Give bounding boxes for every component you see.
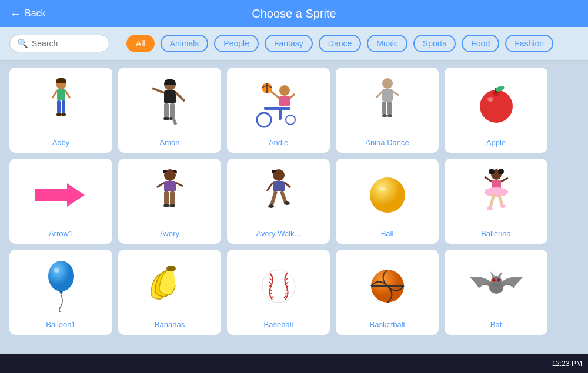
- sprite-img-avery: [124, 164, 215, 226]
- sprite-img-ballerina: [450, 164, 542, 226]
- svg-rect-11: [170, 103, 175, 117]
- sprite-label-balloon1: Balloon1: [46, 320, 76, 329]
- svg-point-44: [163, 204, 169, 207]
- svg-line-47: [176, 183, 183, 186]
- sprite-img-bat: [450, 256, 542, 317]
- header: ← Back Choose a Sprite: [0, 0, 588, 27]
- svg-point-73: [262, 270, 295, 303]
- svg-point-21: [279, 85, 290, 96]
- sprite-card-anina-dance[interactable]: Anina Dance: [336, 68, 439, 153]
- svg-rect-28: [382, 102, 386, 115]
- svg-point-30: [382, 114, 387, 117]
- sprite-img-bananas: [124, 256, 215, 317]
- sprite-card-ballerina[interactable]: Ballerina: [445, 159, 547, 244]
- sprite-label-avery-walk: Avery Walk...: [256, 229, 301, 238]
- sprite-card-apple[interactable]: Apple: [445, 68, 547, 153]
- filter-dance[interactable]: Dance: [319, 35, 361, 52]
- svg-point-80: [492, 279, 495, 282]
- svg-line-68: [501, 178, 508, 182]
- filter-animals[interactable]: Animals: [161, 35, 209, 52]
- sprite-img-baseball: [233, 256, 324, 317]
- sprite-img-andie: [233, 73, 324, 135]
- svg-line-16: [173, 117, 176, 125]
- sprite-card-bananas[interactable]: Bananas: [118, 250, 221, 335]
- svg-line-14: [152, 88, 164, 93]
- filter-food[interactable]: Food: [462, 35, 499, 52]
- sprite-card-balloon1[interactable]: Balloon1: [9, 250, 112, 335]
- svg-line-63: [490, 194, 494, 207]
- sprite-label-andie: Andie: [269, 138, 288, 147]
- sprite-img-anina-dance: [342, 73, 433, 135]
- svg-line-50: [272, 191, 276, 205]
- svg-line-46: [157, 183, 164, 187]
- svg-point-69: [48, 261, 74, 291]
- sprite-card-avery[interactable]: Avery: [118, 159, 221, 244]
- search-icon: 🔍: [17, 38, 28, 49]
- svg-point-72: [166, 266, 176, 271]
- sprite-card-ball[interactable]: Ball: [336, 159, 439, 244]
- back-arrow-icon: ←: [9, 7, 21, 21]
- sprite-card-baseball[interactable]: Baseball: [227, 250, 330, 335]
- sprite-grid: Abby: [0, 61, 588, 342]
- sprite-card-avery-walk[interactable]: Avery Walk...: [227, 159, 330, 244]
- svg-line-25: [290, 94, 295, 98]
- sprite-card-abby[interactable]: Abby: [9, 68, 112, 153]
- sprite-card-basketball[interactable]: Basketball: [336, 250, 439, 335]
- svg-point-66: [500, 204, 506, 208]
- sprite-img-ball: [342, 164, 433, 226]
- sprite-label-anina-dance: Anina Dance: [365, 138, 409, 147]
- svg-point-53: [284, 201, 290, 205]
- back-button[interactable]: ← Back: [9, 7, 46, 21]
- taskbar: 12:23 PM: [0, 354, 588, 373]
- filter-people[interactable]: People: [214, 35, 259, 52]
- svg-point-62: [485, 187, 508, 197]
- svg-rect-20: [279, 107, 282, 120]
- svg-point-65: [487, 207, 493, 210]
- filter-fashion[interactable]: Fashion: [505, 35, 553, 52]
- svg-line-33: [393, 92, 399, 95]
- filter-bar: 🔍 All Animals People Fantasy Dance Music…: [0, 27, 588, 61]
- svg-line-32: [376, 92, 382, 98]
- svg-rect-27: [382, 89, 393, 102]
- svg-point-81: [497, 279, 500, 282]
- filter-all[interactable]: All: [126, 35, 155, 52]
- sprite-label-amon: Amon: [160, 138, 180, 147]
- svg-marker-79: [498, 271, 502, 277]
- svg-rect-43: [170, 191, 175, 204]
- svg-point-59: [489, 169, 495, 174]
- sprite-label-baseball: Baseball: [264, 320, 293, 329]
- sprite-label-avery: Avery: [160, 229, 179, 238]
- sprite-label-bat: Bat: [490, 320, 502, 329]
- sprite-img-avery-walk: [233, 164, 324, 226]
- sprite-card-bat[interactable]: Bat: [445, 250, 547, 335]
- svg-line-51: [282, 191, 286, 203]
- sprite-card-amon[interactable]: Amon: [118, 68, 221, 153]
- filter-fantasy[interactable]: Fantasy: [265, 35, 313, 52]
- svg-point-26: [382, 78, 393, 89]
- svg-rect-2: [57, 100, 61, 113]
- svg-point-31: [387, 114, 392, 117]
- sprite-img-arrow1: [15, 164, 106, 226]
- search-input[interactable]: [32, 39, 102, 48]
- svg-rect-19: [264, 107, 290, 110]
- back-label: Back: [25, 8, 46, 19]
- sprite-label-abby: Abby: [52, 138, 70, 147]
- svg-point-12: [163, 117, 169, 120]
- svg-marker-71: [59, 291, 63, 295]
- svg-rect-9: [164, 90, 176, 103]
- sprite-card-arrow1[interactable]: Arrow1: [9, 159, 112, 244]
- sprite-label-apple: Apple: [486, 138, 506, 147]
- sprite-card-andie[interactable]: Andie: [227, 68, 330, 153]
- svg-point-60: [498, 169, 504, 174]
- svg-point-45: [169, 204, 175, 207]
- filter-sports[interactable]: Sports: [413, 35, 456, 52]
- svg-marker-39: [35, 183, 85, 207]
- sprite-label-ballerina: Ballerina: [481, 229, 511, 238]
- svg-line-23: [270, 90, 279, 98]
- filter-music[interactable]: Music: [367, 35, 407, 52]
- svg-point-57: [379, 187, 386, 191]
- svg-rect-22: [279, 96, 290, 106]
- svg-line-67: [485, 177, 492, 182]
- taskbar-time: 12:23 PM: [552, 359, 582, 368]
- sprite-img-basketball: [342, 256, 433, 317]
